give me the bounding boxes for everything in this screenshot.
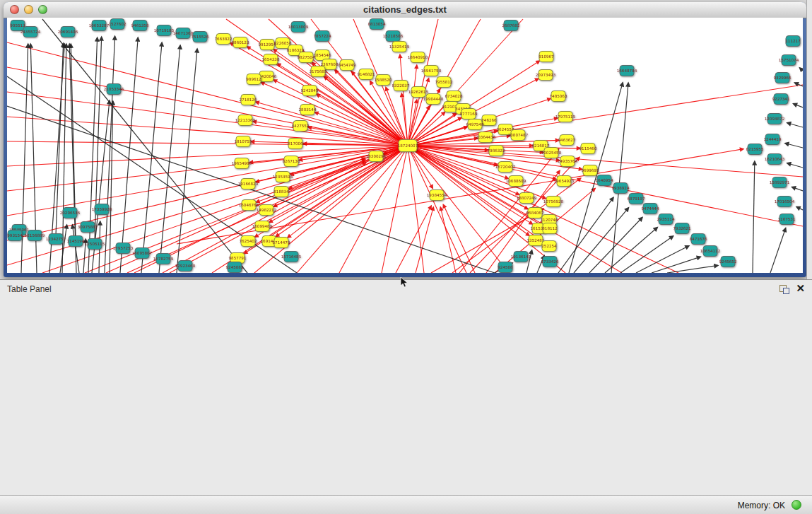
graph-edge[interactable]: [88, 37, 98, 273]
graph-node-label: 1640954: [596, 178, 613, 182]
graph-node-label: 16095807: [132, 251, 153, 255]
graph-node-label: 9146821: [358, 72, 375, 76]
graph-edge[interactable]: [667, 265, 718, 273]
graph-node-label: 16013809: [288, 25, 309, 29]
graph-edge[interactable]: [7, 67, 408, 146]
graph-node-label: 9777169: [460, 112, 478, 116]
graph-node-label: 16720407: [495, 165, 516, 169]
graph-edge[interactable]: [177, 49, 197, 273]
graph-edge[interactable]: [163, 163, 366, 273]
graph-edge[interactable]: [7, 92, 408, 146]
graph-node-label: 16046766: [239, 203, 259, 207]
graph-node-label: 10756928: [543, 199, 564, 204]
graph-node-label: 2367608: [321, 62, 339, 66]
graph-edge[interactable]: [408, 19, 438, 146]
graph-edge[interactable]: [652, 257, 701, 273]
graph-node-label: 18640910: [408, 55, 428, 59]
graph-node-label: 19262615: [408, 90, 429, 94]
graph-node-label: 818112: [542, 226, 557, 230]
graph-node-label: 9115460: [579, 146, 597, 151]
graph-edge[interactable]: [636, 246, 689, 273]
graph-node-label: 19384554: [427, 193, 447, 197]
graph-edge[interactable]: [785, 143, 803, 148]
graph-node-label: 14671368: [173, 31, 194, 35]
graph-node-label: 16648784: [617, 69, 637, 73]
node-layer: 9055132435572420691406106532871527602946…: [7, 19, 801, 273]
graph-edge[interactable]: [793, 104, 803, 107]
graph-node-label: 9684067: [526, 211, 544, 215]
graph-edge[interactable]: [400, 54, 408, 146]
graph-node-label: 17016504: [775, 199, 795, 204]
network-canvas[interactable]: 9055132435572420691406106532871527602946…: [7, 18, 803, 273]
graph-node-label: 16210643: [765, 157, 785, 161]
graph-node-label: 818834: [273, 189, 289, 194]
graph-node-label: 20973493: [536, 73, 556, 77]
citation-network-graph[interactable]: 9055132435572420691406106532871527602946…: [7, 18, 803, 273]
graph-edge[interactable]: [408, 146, 424, 273]
graph-edge[interactable]: [753, 161, 755, 273]
graph-node-label: 924508: [498, 265, 513, 269]
graph-node-label: 6734028: [445, 94, 463, 98]
zoom-window-button[interactable]: [38, 5, 47, 14]
graph-node-label: 9938924: [612, 186, 630, 190]
graph-edge[interactable]: [416, 207, 433, 273]
minimize-window-button[interactable]: [24, 5, 33, 14]
graph-node-label: 16782759: [153, 257, 174, 261]
traffic-lights: [10, 5, 47, 14]
graph-node-label: 7986322: [488, 148, 505, 153]
graph-node-label: 1244419: [764, 137, 782, 141]
graph-node-label: 1120746: [541, 218, 558, 222]
graph-edge[interactable]: [799, 68, 803, 71]
graph-node-label: 12342757: [46, 237, 66, 241]
graph-node-label: 19136141: [511, 255, 531, 259]
network-window[interactable]: citations_edges.txt 90551324355724206914…: [4, 2, 806, 277]
graph-edge[interactable]: [7, 141, 408, 146]
graph-node-label: 1854546: [314, 53, 331, 57]
graph-node-label: 993154: [7, 233, 23, 238]
memory-ok-icon[interactable]: [792, 500, 801, 510]
graph-node-label: 20364436: [476, 135, 496, 139]
graph-node-label: 12505115: [85, 242, 105, 246]
graph-node-label: 3175685: [310, 69, 327, 74]
graph-node-label: 19166829: [238, 182, 259, 186]
graph-node-label: 17975115: [555, 115, 576, 119]
graph-node-label: 1654338: [262, 57, 280, 62]
mouse-cursor: [400, 277, 409, 288]
graph-node-label: 7485063: [550, 94, 567, 98]
close-panel-icon[interactable]: ✕: [796, 282, 805, 295]
graph-edge[interactable]: [787, 123, 803, 127]
table-panel-title: Table Panel: [7, 284, 52, 294]
graph-edge[interactable]: [396, 206, 431, 273]
graph-node-label: 2687682: [502, 23, 520, 28]
cytoscape-app: citations_edges.txt 90551324355724206914…: [0, 0, 812, 514]
graph-edge[interactable]: [317, 94, 408, 146]
graph-edge[interactable]: [796, 206, 803, 210]
graph-edge[interactable]: [787, 163, 803, 168]
graph-node-label: 17957253: [113, 246, 134, 250]
graph-edge[interactable]: [105, 36, 115, 273]
results-panel-edge: [806, 0, 812, 279]
graph-node-label: 9474444: [642, 206, 659, 211]
graph-edge[interactable]: [611, 83, 628, 273]
graph-node-label: 19654923: [554, 179, 575, 183]
graph-node-label: 2803144: [299, 107, 317, 112]
graph-node-label: 8226058: [274, 41, 292, 45]
graph-edge[interactable]: [7, 117, 408, 146]
graph-node-label: 8860123: [232, 40, 249, 45]
network-window-titlebar[interactable]: citations_edges.txt: [4, 2, 806, 18]
graph-node-label: 8427552: [292, 124, 310, 128]
graph-node-label: 24935764: [558, 159, 578, 163]
graph-node-label: 10719185: [154, 28, 175, 33]
graph-node-label: 9329966: [774, 76, 792, 80]
graph-node-label: 18807249: [517, 196, 537, 200]
graph-node-label: 10025458: [541, 151, 562, 155]
graph-edge[interactable]: [770, 228, 786, 273]
graph-node-label: 9245082: [226, 265, 244, 269]
graph-edge[interactable]: [21, 44, 28, 273]
graph-edge[interactable]: [792, 187, 803, 191]
graph-edge[interactable]: [7, 42, 408, 146]
float-panel-icon[interactable]: [779, 285, 789, 294]
graph-node-label: 2935114: [657, 217, 675, 221]
graph-node-label: 252254: [541, 244, 557, 248]
close-window-button[interactable]: [10, 5, 19, 14]
